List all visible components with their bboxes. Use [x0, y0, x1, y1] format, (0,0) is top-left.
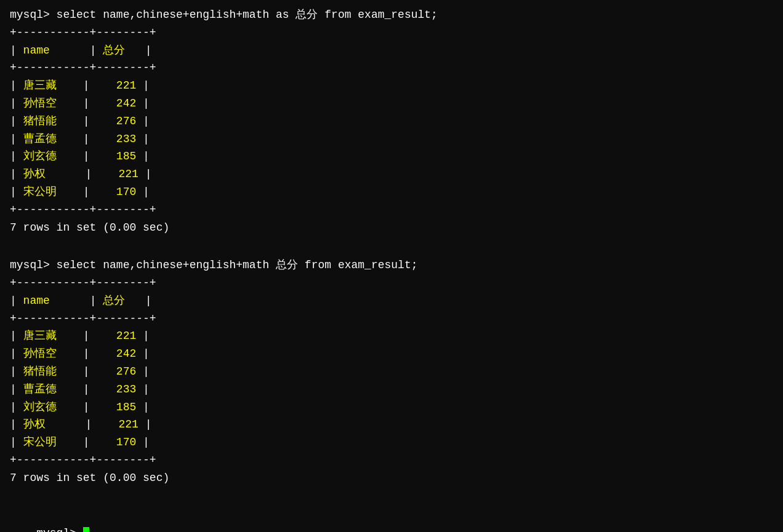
table-row-1-1: | 唐三藏 | 221 | [10, 77, 773, 95]
table-border-bot-1: +-----------+--------+ [10, 201, 773, 219]
table-row-1-3: | 猪悟能 | 276 | [10, 113, 773, 130]
table-row-1-2: | 孙悟空 | 242 | [10, 95, 773, 113]
col-name-header-2: name [23, 295, 50, 307]
row-score-2-7: 170 [116, 436, 136, 448]
row-name-1-1: 唐三藏 [23, 79, 57, 92]
table-border-top-2: +-----------+--------+ [10, 274, 773, 292]
table-border-mid-1: +-----------+--------+ [10, 59, 773, 77]
row-name-2-1: 唐三藏 [23, 330, 57, 342]
header-row-1: | name | 总分 | [10, 42, 773, 60]
table-border-top-1: +-----------+--------+ [10, 24, 773, 42]
row-score-1-3: 276 [116, 115, 136, 127]
table-row-1-7: | 宋公明 | 170 | [10, 183, 773, 201]
table-row-2-5: | 刘玄德 | 185 | [10, 399, 773, 416]
table-row-2-1: | 唐三藏 | 221 | [10, 327, 773, 345]
row-name-2-5: 刘玄德 [23, 401, 57, 413]
prompt-text: mysql> [36, 527, 83, 532]
header-row-2: | name | 总分 | [10, 292, 773, 310]
empty-line-1 [10, 239, 773, 256]
table-border-mid-2: +-----------+--------+ [10, 310, 773, 328]
row-score-2-5: 185 [116, 401, 136, 413]
table-row-2-3: | 猪悟能 | 276 | [10, 363, 773, 381]
row-name-1-4: 曹孟德 [23, 133, 57, 145]
row-name-1-7: 宋公明 [23, 186, 57, 198]
row-score-1-7: 170 [116, 186, 136, 198]
result-info-2: 7 rows in set (0.00 sec) [10, 469, 773, 487]
row-score-1-6: 221 [118, 168, 138, 180]
row-score-2-4: 233 [116, 383, 136, 395]
row-name-1-6: 孙权 [23, 168, 46, 180]
row-name-1-5: 刘玄德 [23, 150, 57, 162]
cursor-blink [83, 527, 89, 532]
query-block-2: mysql> select name,chinese+english+math … [10, 256, 773, 486]
row-score-1-1: 221 [116, 79, 136, 92]
query-line-1: mysql> select name,chinese+english+math … [10, 6, 773, 24]
row-score-2-2: 242 [116, 347, 136, 360]
table-row-2-4: | 曹孟德 | 233 | [10, 381, 773, 399]
col-score-header-2: 总分 [103, 295, 125, 307]
table-border-bot-2: +-----------+--------+ [10, 451, 773, 469]
row-score-1-4: 233 [116, 133, 136, 145]
table-row-2-2: | 孙悟空 | 242 | [10, 345, 773, 363]
row-name-2-3: 猪悟能 [23, 365, 57, 378]
empty-line-2 [10, 490, 773, 507]
row-name-2-4: 曹孟德 [23, 383, 57, 395]
terminal-window: mysql> select name,chinese+english+math … [10, 6, 773, 532]
result-info-1: 7 rows in set (0.00 sec) [10, 219, 773, 237]
row-name-2-2: 孙悟空 [23, 347, 57, 360]
col-score-header-1: 总分 [103, 44, 125, 57]
row-score-2-6: 221 [118, 418, 138, 431]
row-name-1-3: 猪悟能 [23, 115, 57, 127]
row-name-2-6: 孙权 [23, 418, 46, 431]
query-line-2: mysql> select name,chinese+english+math … [10, 256, 773, 274]
table-row-1-6: | 孙权 | 221 | [10, 165, 773, 183]
table-row-2-6: | 孙权 | 221 | [10, 416, 773, 434]
row-score-1-5: 185 [116, 150, 136, 162]
col-name-header-1: name [23, 44, 50, 57]
table-row-1-4: | 曹孟德 | 233 | [10, 130, 773, 148]
row-score-2-3: 276 [116, 365, 136, 378]
row-name-2-7: 宋公明 [23, 436, 57, 448]
query-block-1: mysql> select name,chinese+english+math … [10, 6, 773, 236]
final-prompt-line[interactable]: mysql> [10, 507, 773, 532]
row-name-1-2: 孙悟空 [23, 97, 57, 109]
table-row-1-5: | 刘玄德 | 185 | [10, 148, 773, 165]
table-row-2-7: | 宋公明 | 170 | [10, 434, 773, 451]
row-score-1-2: 242 [116, 97, 136, 109]
row-score-2-1: 221 [116, 330, 136, 342]
